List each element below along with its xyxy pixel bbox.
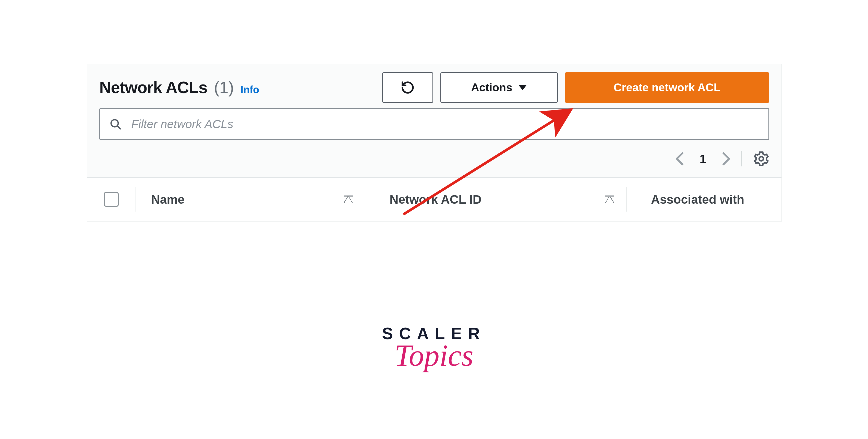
panel-header: Network ACLs (1) Info Actions Create net… [87,64,781,108]
refresh-icon [400,80,415,95]
svg-point-3 [759,157,764,161]
scaler-watermark: SCALER Topics [382,324,486,373]
sort-icon [605,195,614,203]
column-associated-label: Associated with [651,192,744,207]
actions-button[interactable]: Actions [440,72,558,103]
column-associated-with[interactable]: Associated with [627,192,781,207]
sort-icon [344,195,353,203]
column-name[interactable]: Name [136,187,365,212]
column-acl-id-label: Network ACL ID [390,192,482,207]
prev-page-button[interactable] [674,151,685,166]
create-network-acl-button[interactable]: Create network ACL [565,72,769,103]
column-acl-id[interactable]: Network ACL ID [365,187,627,212]
select-all-cell [87,187,136,212]
refresh-button[interactable] [382,72,433,103]
filter-input[interactable] [131,117,759,131]
network-acls-panel: Network ACLs (1) Info Actions Create net… [87,64,782,222]
select-all-checkbox[interactable] [104,192,119,207]
svg-marker-0 [519,85,526,90]
page-number: 1 [700,152,706,166]
column-name-label: Name [151,192,185,207]
next-page-button[interactable] [721,151,732,166]
pagination: 1 [674,151,742,166]
settings-button[interactable] [753,151,769,167]
caret-down-icon [518,84,527,91]
title-block: Network ACLs (1) Info [99,78,259,97]
search-icon [109,118,122,130]
filter-input-container[interactable] [99,108,769,140]
watermark-line-2: Topics [382,338,486,373]
chevron-left-icon [674,151,685,166]
actions-label: Actions [471,81,512,94]
svg-line-2 [118,126,120,129]
create-label: Create network ACL [614,81,721,94]
resource-count: (1) [214,78,234,97]
gear-icon [753,151,769,167]
table-header: Name Network ACL ID Associated with [87,178,781,221]
chevron-right-icon [721,151,732,166]
info-link[interactable]: Info [241,84,259,95]
page-title: Network ACLs [99,78,207,97]
filter-section [87,108,781,147]
pagination-row: 1 [87,147,781,178]
